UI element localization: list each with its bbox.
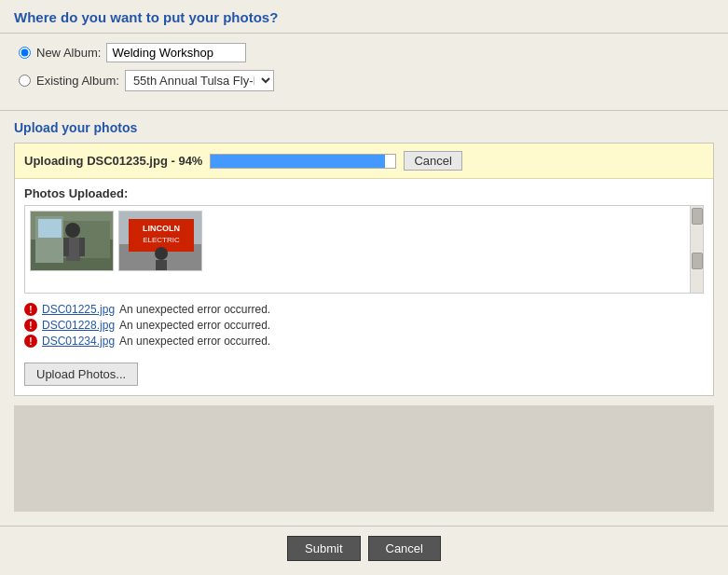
progress-bar-track — [210, 154, 396, 169]
footer-cancel-button[interactable]: Cancel — [368, 536, 441, 561]
thumbnail-1 — [30, 211, 114, 271]
upload-photos-button[interactable]: Upload Photos... — [24, 363, 138, 386]
existing-album-dropdown[interactable]: 55th Annual Tulsa Fly-In Other Album 1 O… — [125, 70, 274, 91]
error-icon-2: ! — [24, 319, 37, 332]
error-item-1: ! DSC01225.jpg An unexpected error occur… — [24, 303, 704, 316]
error-msg-1: An unexpected error occurred. — [119, 303, 270, 316]
thumbnail-2: LINCOLN ELECTRIC — [118, 211, 202, 271]
upload-panel: Uploading DSC01235.jpg - 94% Cancel Phot… — [14, 143, 714, 396]
thumbnails-container: LINCOLN ELECTRIC — [25, 206, 703, 276]
svg-text:LINCOLN: LINCOLN — [143, 224, 180, 233]
new-album-label: New Album: — [36, 46, 101, 60]
svg-rect-4 — [38, 219, 62, 238]
thumbnails-scrollbar[interactable] — [690, 206, 703, 293]
upload-progress-label: Uploading DSC01235.jpg - 94% — [24, 154, 202, 168]
upload-section-header: Upload your photos — [0, 111, 728, 143]
upload-cancel-button[interactable]: Cancel — [404, 151, 461, 171]
error-filename-2[interactable]: DSC01228.jpg — [42, 319, 115, 332]
upload-section-title: Upload your photos — [14, 120, 137, 135]
submit-button[interactable]: Submit — [287, 536, 360, 561]
new-album-input[interactable] — [106, 43, 246, 62]
error-filename-1[interactable]: DSC01225.jpg — [42, 303, 115, 316]
page-question: Where do you want to put your photos? — [14, 9, 278, 25]
scrollbar-thumb-top — [692, 208, 703, 225]
svg-rect-7 — [63, 238, 69, 256]
page-header: Where do you want to put your photos? — [0, 0, 728, 34]
error-item-3: ! DSC01234.jpg An unexpected error occur… — [24, 335, 704, 348]
new-album-row: New Album: — [19, 43, 709, 62]
error-icon-1: ! — [24, 303, 37, 316]
svg-rect-16 — [156, 260, 167, 271]
svg-rect-8 — [79, 238, 85, 256]
scrollbar-thumb-bottom — [692, 253, 703, 269]
error-msg-2: An unexpected error occurred. — [119, 319, 270, 332]
error-list: ! DSC01225.jpg An unexpected error occur… — [15, 298, 713, 358]
svg-point-5 — [65, 223, 80, 238]
error-item-2: ! DSC01228.jpg An unexpected error occur… — [24, 319, 704, 332]
existing-album-label: Existing Album: — [36, 74, 119, 88]
gray-placeholder-area — [14, 405, 714, 512]
thumbnail-1-image — [31, 212, 114, 271]
existing-album-radio[interactable] — [19, 75, 31, 87]
new-album-radio[interactable] — [19, 47, 31, 59]
error-icon-3: ! — [24, 335, 37, 348]
upload-progress-container: Uploading DSC01235.jpg - 94% Cancel — [15, 144, 713, 179]
existing-album-row: Existing Album: 55th Annual Tulsa Fly-In… — [19, 70, 709, 91]
error-filename-3[interactable]: DSC01234.jpg — [42, 335, 115, 348]
error-msg-3: An unexpected error occurred. — [119, 335, 270, 348]
album-options-section: New Album: Existing Album: 55th Annual T… — [0, 34, 728, 111]
svg-point-15 — [155, 247, 168, 260]
svg-text:ELECTRIC: ELECTRIC — [143, 236, 180, 244]
photos-uploaded-label: Photos Uploaded: — [15, 179, 713, 205]
thumbnail-2-image: LINCOLN ELECTRIC — [119, 212, 202, 271]
footer-buttons: Submit Cancel — [0, 526, 728, 575]
progress-bar-fill — [211, 155, 384, 168]
thumbnails-scroll-area: LINCOLN ELECTRIC — [24, 205, 704, 294]
